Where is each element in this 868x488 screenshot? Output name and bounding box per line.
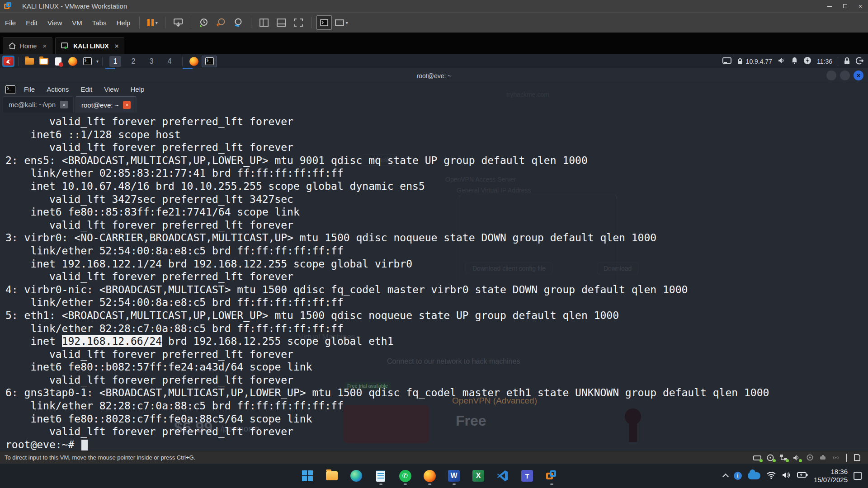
- vscode-button[interactable]: [494, 466, 512, 486]
- close-icon[interactable]: ×: [123, 101, 131, 109]
- kali-menu-button[interactable]: [2, 56, 14, 67]
- workspace-4[interactable]: 4: [164, 56, 175, 67]
- close-button[interactable]: ×: [853, 0, 868, 12]
- menu-help[interactable]: Help: [111, 16, 135, 29]
- fullscreen-button[interactable]: [291, 15, 306, 30]
- terminal-menu-actions[interactable]: Actions: [41, 85, 75, 93]
- screenshot-tool-icon[interactable]: [722, 57, 731, 66]
- word-button[interactable]: W: [445, 466, 463, 486]
- text-editor-launcher[interactable]: [52, 56, 64, 67]
- message-log-icon[interactable]: [853, 454, 862, 461]
- power-manager-icon[interactable]: [803, 56, 811, 66]
- vmware-tabbar: Home × KALI LINUX ×: [0, 33, 868, 54]
- menu-vm[interactable]: VM: [67, 16, 87, 29]
- maximize-button[interactable]: [837, 0, 853, 12]
- network-status-icon[interactable]: [779, 454, 788, 461]
- workspace-2[interactable]: 2: [127, 56, 139, 67]
- menu-file[interactable]: File: [0, 16, 21, 29]
- panel-clock[interactable]: 11:36: [817, 58, 832, 65]
- vmware-titlebar: KALI LINUX - VMware Workstation ×: [0, 0, 868, 12]
- edge-button[interactable]: [347, 466, 365, 486]
- terminal-menu-edit[interactable]: Edit: [75, 85, 98, 93]
- terminal-launcher[interactable]: $_: [81, 56, 93, 67]
- show-library-button[interactable]: [256, 15, 272, 30]
- usb-status-icon[interactable]: [818, 454, 827, 461]
- tab-home[interactable]: Home ×: [3, 37, 52, 54]
- battery-icon[interactable]: [797, 472, 808, 480]
- info-tray-icon[interactable]: i: [734, 472, 742, 480]
- terminal-output-area[interactable]: valid_lft forever preferred_lft forever …: [0, 113, 868, 451]
- minimize-button[interactable]: [822, 0, 837, 12]
- harddisk-status-icon[interactable]: [753, 454, 762, 461]
- console-icon: [320, 19, 328, 26]
- terminal-tab-rooteve[interactable]: root@eve: ~ ×: [75, 96, 137, 113]
- file-explorer-button[interactable]: [323, 466, 341, 486]
- close-icon[interactable]: ×: [42, 42, 47, 50]
- cdrom-status-icon[interactable]: [766, 454, 775, 461]
- remote-display-status-icon[interactable]: [831, 454, 840, 461]
- show-thumbnail-bar-button[interactable]: [274, 15, 289, 30]
- tab-kali-linux[interactable]: KALI LINUX ×: [55, 37, 124, 54]
- vmware-logo-icon: [4, 2, 12, 10]
- logout-icon[interactable]: [856, 57, 863, 66]
- whatsapp-button[interactable]: ✆: [396, 466, 414, 486]
- menu-view[interactable]: View: [42, 16, 67, 29]
- firefox-button[interactable]: [420, 466, 439, 486]
- chevron-down-icon[interactable]: ▾: [96, 59, 99, 64]
- status-hint-text: To direct input to this VM, move the mou…: [5, 454, 195, 461]
- screen: KALI LINUX - VMware Workstation × File E…: [0, 0, 868, 488]
- terminal-minimize-button[interactable]: [826, 70, 836, 80]
- taskbar-clock[interactable]: 18:36 15/07/2025: [814, 468, 848, 484]
- firefox-icon: [189, 57, 198, 66]
- taskbar-time: 18:36: [814, 468, 848, 476]
- suspend-button[interactable]: ▾: [145, 15, 160, 30]
- vm-display[interactable]: $_ ▾ 1 2 3 4 $_ 10.9.4.77: [0, 54, 868, 451]
- menu-tabs[interactable]: Tabs: [87, 16, 112, 29]
- file-manager-launcher[interactable]: [24, 56, 35, 67]
- close-icon[interactable]: ×: [60, 101, 68, 108]
- terminal-close-button[interactable]: ×: [854, 70, 863, 80]
- notifications-bell-icon[interactable]: [791, 57, 798, 66]
- terminal-menu-file[interactable]: File: [18, 85, 41, 93]
- tray-overflow-chevron-icon[interactable]: [722, 474, 729, 480]
- menu-edit[interactable]: Edit: [21, 16, 42, 29]
- workspace-1[interactable]: 1: [109, 56, 121, 67]
- volume-tray-icon[interactable]: [782, 471, 791, 481]
- start-button[interactable]: [298, 466, 316, 486]
- terminal-title: root@eve: ~: [0, 68, 868, 83]
- webcam-status-icon[interactable]: [805, 454, 814, 461]
- close-icon[interactable]: ×: [115, 42, 119, 50]
- vmware-toolbar: File Edit View VM Tabs Help ▾: [0, 12, 868, 33]
- terminal-tab-mekali[interactable]: me@kali: ~/vpn ×: [3, 96, 74, 113]
- send-ctrl-alt-del-button[interactable]: [170, 15, 186, 30]
- open-folder-launcher[interactable]: [38, 56, 50, 67]
- terminal-titlebar[interactable]: root@eve: ~ ×: [0, 68, 868, 83]
- firefox-launcher[interactable]: [67, 56, 79, 67]
- console-view-button[interactable]: [316, 15, 332, 30]
- sound-status-icon[interactable]: [792, 454, 801, 461]
- taskbar-window-terminal[interactable]: $_: [202, 56, 217, 67]
- revert-snapshot-button[interactable]: [213, 15, 229, 30]
- lock-screen-icon[interactable]: [844, 57, 850, 66]
- notepad-button[interactable]: [372, 466, 390, 486]
- onedrive-icon[interactable]: [748, 472, 760, 479]
- vmware-workstation-button[interactable]: [542, 466, 561, 486]
- terminal-menu-view[interactable]: View: [98, 85, 124, 93]
- vpn-indicator[interactable]: 10.9.4.77: [737, 58, 772, 65]
- terminal-maximize-button[interactable]: [840, 70, 850, 80]
- terminal-window[interactable]: tryhackme.com Refresh OpenVPN Access Ser…: [0, 68, 868, 451]
- manage-snapshots-button[interactable]: [231, 15, 246, 30]
- terminal-menu-help[interactable]: Help: [124, 85, 150, 93]
- taskbar-window-firefox[interactable]: [186, 56, 202, 67]
- wifi-icon[interactable]: [766, 471, 776, 481]
- workspace-3[interactable]: 3: [146, 56, 157, 67]
- terminal-window-icon: $_: [5, 85, 15, 94]
- take-snapshot-button[interactable]: [196, 15, 212, 30]
- teams-button[interactable]: T: [518, 466, 536, 486]
- excel-button[interactable]: X: [469, 466, 487, 486]
- unity-mode-button[interactable]: ▾: [334, 15, 349, 30]
- notification-center-icon[interactable]: [854, 472, 862, 480]
- window-title: KALI LINUX - VMware Workstation: [22, 2, 127, 10]
- volume-icon[interactable]: [778, 57, 786, 66]
- vpn-ip: 10.9.4.77: [746, 58, 772, 65]
